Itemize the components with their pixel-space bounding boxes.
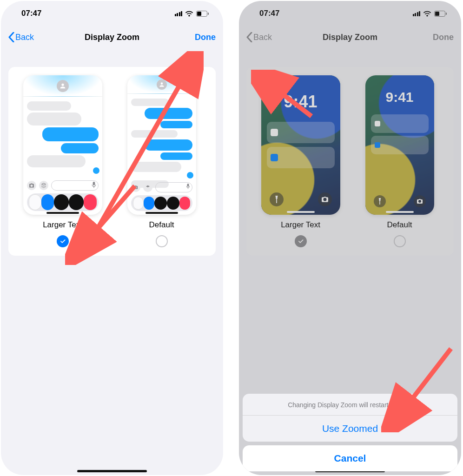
cellular-signal-icon <box>175 11 183 16</box>
default-preview-lockscreen: 9:41 <box>365 75 434 215</box>
nav-bar: Back Display Zoom Done <box>1 26 223 48</box>
larger-text-radio[interactable] <box>295 235 307 247</box>
done-button[interactable]: Done <box>195 33 216 42</box>
cellular-signal-icon <box>413 11 421 16</box>
flashlight-icon <box>270 192 284 206</box>
nav-title: Display Zoom <box>239 33 461 42</box>
home-indicator[interactable] <box>77 470 147 472</box>
status-bar: 07:47 <box>239 1 461 26</box>
nav-bar: Back Display Zoom Done <box>239 26 461 48</box>
status-bar: 07:47 <box>1 1 223 26</box>
battery-icon <box>196 11 209 17</box>
camera-icon <box>27 181 36 190</box>
wifi-icon <box>423 11 431 17</box>
flashlight-icon <box>374 195 386 207</box>
back-label: Back <box>253 33 272 42</box>
default-label: Default <box>387 220 412 230</box>
back-button[interactable]: Back <box>8 32 34 42</box>
apps-icon <box>39 181 48 190</box>
battery-icon <box>434 11 447 17</box>
nav-title: Display Zoom <box>1 33 223 42</box>
back-button[interactable]: Back <box>246 32 272 42</box>
cancel-button[interactable]: Cancel <box>243 445 457 471</box>
svg-rect-1 <box>197 12 201 16</box>
camera-icon <box>318 192 332 206</box>
svg-line-11 <box>78 186 135 251</box>
svg-line-12 <box>259 76 311 116</box>
camera-icon <box>414 195 426 207</box>
status-time: 07:47 <box>259 9 279 18</box>
default-option[interactable]: 9:41 Default <box>350 75 449 247</box>
svg-rect-9 <box>446 13 447 15</box>
svg-rect-8 <box>435 12 439 16</box>
done-button[interactable]: Done <box>433 33 454 42</box>
larger-text-label: Larger Text <box>281 220 320 230</box>
lock-time: 9:41 <box>365 89 434 105</box>
default-radio[interactable] <box>394 235 406 247</box>
status-time: 07:47 <box>21 9 41 18</box>
status-indicators <box>175 11 210 17</box>
svg-line-13 <box>394 349 451 422</box>
status-indicators <box>413 11 448 17</box>
back-label: Back <box>15 33 34 42</box>
person-icon <box>57 80 69 92</box>
svg-rect-2 <box>208 13 209 15</box>
wifi-icon <box>185 11 193 17</box>
